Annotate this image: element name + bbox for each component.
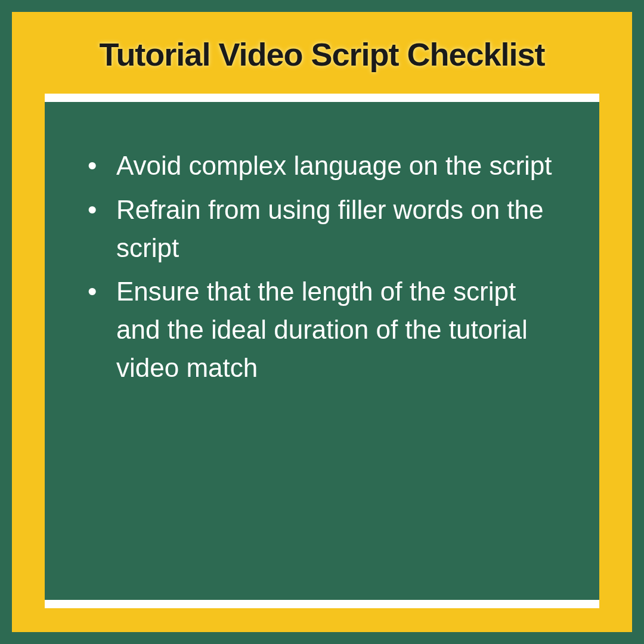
outer-frame: Tutorial Video Script Checklist Avoid co…: [12, 12, 632, 632]
list-item: Avoid complex language on the script: [80, 147, 564, 185]
top-divider: [45, 94, 599, 102]
checklist: Avoid complex language on the script Ref…: [80, 147, 564, 387]
page-title: Tutorial Video Script Checklist: [45, 36, 599, 73]
list-item: Ensure that the length of the script and…: [80, 273, 564, 386]
content-panel: Avoid complex language on the script Ref…: [45, 102, 599, 600]
list-item: Refrain from using filler words on the s…: [80, 191, 564, 267]
bottom-divider: [45, 600, 599, 608]
